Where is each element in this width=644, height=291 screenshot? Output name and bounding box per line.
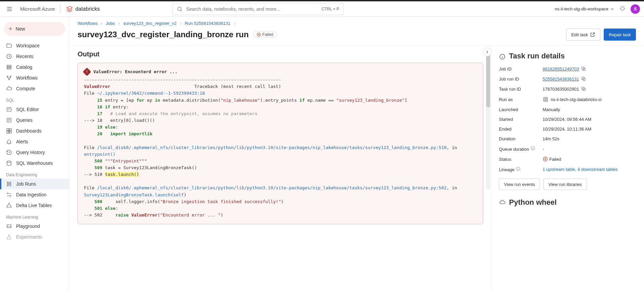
sidebar-item-data-ingestion[interactable]: Data Ingestion xyxy=(0,189,69,200)
breadcrumb-run[interactable]: Run 525581543836131 xyxy=(185,21,230,26)
package-icon xyxy=(499,199,506,206)
global-search[interactable]: CTRL + P xyxy=(172,3,343,15)
copy-icon[interactable] xyxy=(581,66,586,71)
databricks-icon xyxy=(66,5,73,13)
queue-duration: - xyxy=(543,146,637,151)
sidebar-item-delta-live-tables[interactable]: Delta Live Tables xyxy=(0,200,69,211)
sidebar-item-workspace[interactable]: Workspace xyxy=(0,40,69,51)
plus-icon: + xyxy=(9,26,12,33)
cloud-product-label: Microsoft Azure xyxy=(20,6,55,12)
menu-toggle[interactable] xyxy=(4,4,15,14)
bell-icon xyxy=(6,139,12,145)
job-run-id-link[interactable]: 525581543836131 xyxy=(543,77,579,82)
failed-icon xyxy=(543,156,548,162)
databricks-logo[interactable]: databricks xyxy=(66,5,100,13)
history-icon xyxy=(6,149,12,155)
external-link-icon xyxy=(590,32,595,37)
task-run-id: 178703635002901 xyxy=(543,87,579,92)
new-button[interactable]: + New xyxy=(4,22,65,36)
job-id-link[interactable]: 861826551249703 xyxy=(543,66,579,71)
view-run-events-button[interactable]: View run events xyxy=(499,179,540,190)
python-wheel-heading: Python wheel xyxy=(509,198,557,207)
failed-icon xyxy=(257,32,261,37)
view-run-libraries-button[interactable]: View run libraries xyxy=(543,179,587,190)
panel-collapse-toggle[interactable] xyxy=(483,48,491,56)
breadcrumb: Workflows› Jobs› survey123_dvc_register_… xyxy=(78,21,636,26)
lineage-link[interactable]: 1 upstream table, 4 downstream tables xyxy=(543,167,618,172)
breadcrumb-job-name[interactable]: survey123_dvc_register_v2 xyxy=(123,21,177,26)
duration: 14m 52s xyxy=(543,136,637,141)
editor-icon xyxy=(6,106,12,112)
playground-icon xyxy=(6,223,12,229)
svg-point-2 xyxy=(7,76,8,77)
error-summary: ValueError: Encounterd error ... xyxy=(93,68,177,75)
breadcrumb-jobs[interactable]: Jobs xyxy=(106,21,115,26)
ended: 10/29/2024, 10:11:36 AM xyxy=(543,127,637,132)
svg-point-4 xyxy=(9,79,10,80)
chevron-right-icon xyxy=(485,50,490,54)
copy-icon[interactable] xyxy=(581,86,586,92)
de-section-label: Data Engineering xyxy=(0,168,69,179)
svg-rect-9 xyxy=(7,131,9,133)
error-icon: ! xyxy=(83,67,91,76)
svg-rect-7 xyxy=(7,129,9,131)
svg-rect-10 xyxy=(9,131,11,133)
sidebar-item-recents[interactable]: Recents xyxy=(0,51,69,62)
dashboards-icon xyxy=(6,128,12,134)
svg-point-11 xyxy=(7,161,11,162)
workflows-icon xyxy=(6,75,12,81)
sidebar-item-alerts[interactable]: Alerts xyxy=(0,136,69,147)
ingestion-icon xyxy=(6,192,12,198)
sidebar-item-playground[interactable]: Playground xyxy=(0,221,69,232)
workspace-selector[interactable]: ns-ii-tech-stg-db-workspace xyxy=(555,6,614,11)
repair-task-button[interactable]: Repair task xyxy=(604,29,636,41)
info-icon xyxy=(499,53,506,60)
output-panel: Output ! ValueError: Encounterd error ..… xyxy=(70,46,491,291)
search-shortcut: CTRL + P xyxy=(322,7,339,11)
svg-point-22 xyxy=(545,98,547,100)
search-icon xyxy=(177,6,183,12)
sidebar-item-sql-editor[interactable]: SQL Editor xyxy=(0,104,69,115)
sql-section-label: SQL xyxy=(0,94,69,104)
status-badge: Failed xyxy=(253,31,277,38)
edit-task-button[interactable]: Edit task xyxy=(566,29,600,41)
sidebar-item-query-history[interactable]: Query History xyxy=(0,147,69,158)
sidebar-item-workflows[interactable]: Workflows xyxy=(0,72,69,83)
launched: Manually xyxy=(543,107,637,112)
ml-section-label: Machine Learning xyxy=(0,211,69,221)
folder-icon xyxy=(6,43,12,49)
copy-icon[interactable] xyxy=(581,76,586,82)
page-title: survey123_dvc_register_landing_bronze ru… xyxy=(78,30,249,39)
details-heading: Task run details xyxy=(509,52,565,60)
catalog-icon xyxy=(6,64,12,70)
sidebar-item-dashboards[interactable]: Dashboards xyxy=(0,126,69,136)
svg-rect-8 xyxy=(9,129,11,131)
svg-rect-5 xyxy=(7,107,11,111)
chevron-down-icon xyxy=(610,7,614,11)
sidebar-item-job-runs[interactable]: Job Runs xyxy=(0,179,69,189)
sidebar-item-catalog[interactable]: Catalog xyxy=(0,62,69,72)
sidebar-item-queries[interactable]: Queries xyxy=(0,115,69,126)
breadcrumb-workflows[interactable]: Workflows xyxy=(78,21,98,26)
svg-point-3 xyxy=(10,76,11,77)
output-heading: Output xyxy=(78,50,483,58)
info-icon[interactable] xyxy=(516,166,520,171)
sidebar-item-sql-warehouses[interactable]: SQL Warehouses xyxy=(0,158,69,168)
clock-icon xyxy=(6,53,12,59)
info-icon[interactable] xyxy=(531,146,535,151)
details-panel: Task run details Job ID861826551249703 J… xyxy=(491,46,644,291)
sidebar-item-compute[interactable]: Compute xyxy=(0,83,69,94)
output-scrollbar[interactable] xyxy=(486,48,491,189)
assistant-icon[interactable] xyxy=(619,5,626,13)
error-output: ! ValueError: Encounterd error ... -----… xyxy=(78,63,483,224)
flask-icon xyxy=(6,234,12,240)
sidebar-item-experiments[interactable]: Experiments xyxy=(0,232,69,242)
service-principal-icon xyxy=(543,96,549,102)
search-input[interactable] xyxy=(186,6,318,12)
queries-icon xyxy=(6,117,12,123)
user-avatar[interactable]: S xyxy=(631,4,640,14)
divider xyxy=(60,5,60,13)
svg-rect-12 xyxy=(7,225,11,228)
dlt-icon xyxy=(6,202,12,208)
warehouse-icon xyxy=(6,160,12,166)
